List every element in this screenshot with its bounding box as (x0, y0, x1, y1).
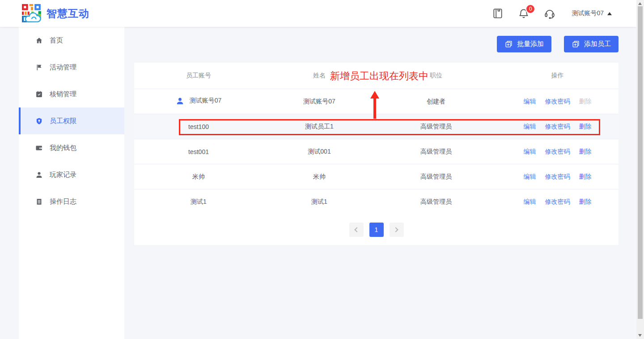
sidebar-item-home[interactable]: 首页 (19, 27, 124, 54)
employee-name: 测试1 (263, 198, 376, 206)
brand-title: 智慧互动 (47, 7, 89, 21)
employee-name: 测试账号07 (263, 98, 376, 106)
employee-position: 高级管理员 (376, 173, 496, 181)
pagination-next-button[interactable] (390, 223, 404, 237)
employee-account: test001 (188, 148, 209, 155)
employee-position: 创建者 (376, 98, 496, 106)
employee-table-card: 员工账号 姓名 职位 操作 测试账号07 测试账号07 创建者 编辑 修改密码 … (134, 63, 619, 245)
sidebar-item-verification-management[interactable]: 核销管理 (19, 81, 124, 107)
sidebar-item-operation-logs[interactable]: 操作日志 (19, 188, 124, 215)
change-password-link[interactable]: 修改密码 (545, 148, 570, 155)
sidebar-item-my-wallet[interactable]: 我的钱包 (19, 134, 124, 161)
sidebar-item-player-records[interactable]: 玩家记录 (19, 161, 124, 188)
chevron-right-icon (393, 227, 398, 232)
log-icon (35, 198, 43, 206)
support-headset-icon[interactable] (544, 8, 555, 19)
pagination-prev-button[interactable] (349, 223, 364, 237)
employee-name: 米帅 (263, 173, 376, 181)
top-bar: 智慧互动 0 测试账号07 (0, 0, 636, 27)
shield-icon (35, 117, 43, 125)
change-password-link[interactable]: 修改密码 (545, 98, 570, 105)
pagination: 1 (134, 223, 619, 237)
account-name: 测试账号07 (572, 9, 604, 17)
employee-name: 测试001 (263, 148, 376, 156)
annotation-arrow-icon (370, 91, 379, 119)
add-copy-icon (504, 40, 513, 48)
add-employee-label: 添加员工 (584, 40, 611, 48)
scrollbar[interactable] (636, 0, 644, 339)
home-icon (35, 37, 43, 44)
notification-bell-icon[interactable]: 0 (518, 8, 530, 19)
employee-account: 测试1 (191, 198, 207, 206)
scrollbar-up-arrow-icon[interactable] (638, 2, 642, 5)
delete-link[interactable]: 删除 (579, 198, 591, 205)
edit-link[interactable]: 编辑 (524, 98, 536, 105)
calendar-check-icon (35, 90, 43, 98)
delete-link[interactable]: 删除 (579, 173, 591, 180)
pagination-page-1[interactable]: 1 (369, 223, 384, 237)
employee-position: 高级管理员 (376, 148, 496, 156)
brand: 智慧互动 (0, 4, 89, 23)
table-row-5: 测试1 测试1 高级管理员 编辑 修改密码 删除 (134, 189, 619, 215)
manual-book-icon[interactable] (492, 8, 504, 19)
scrollbar-thumb[interactable] (638, 6, 643, 319)
edit-link[interactable]: 编辑 (524, 198, 536, 205)
employee-account: 测试账号07 (190, 97, 222, 105)
top-bar-right: 0 测试账号07 (478, 8, 636, 19)
edit-link[interactable]: 编辑 (524, 148, 536, 155)
add-copy-icon (572, 40, 580, 48)
delete-link: 删除 (579, 98, 591, 105)
account-menu[interactable]: 测试账号07 (572, 9, 612, 17)
scrollbar-down-arrow-icon[interactable] (638, 334, 642, 337)
column-header-account: 员工账号 (134, 72, 263, 80)
brand-logo-icon (21, 4, 42, 23)
batch-add-label: 批量添加 (517, 40, 544, 48)
sidebar-item-activity-management[interactable]: 活动管理 (19, 54, 124, 81)
notification-badge: 0 (525, 4, 535, 14)
employee-account: 米帅 (192, 173, 205, 181)
sidebar-item-employee-permissions[interactable]: 员工权限 (19, 107, 124, 134)
user-icon (35, 171, 43, 179)
flag-icon (35, 64, 43, 71)
main-content: 批量添加 添加员工 员工账号 姓名 职位 操作 测试账 (124, 27, 636, 339)
employee-position: 高级管理员 (376, 198, 496, 206)
delete-link[interactable]: 删除 (579, 148, 591, 155)
user-avatar-icon (176, 97, 184, 105)
add-employee-button[interactable]: 添加员工 (564, 36, 619, 52)
caret-up-icon (607, 12, 612, 15)
batch-add-button[interactable]: 批量添加 (497, 36, 551, 52)
change-password-link[interactable]: 修改密码 (545, 173, 570, 180)
sidebar: 首页 活动管理 核销管理 员工权限 我的钱包 玩家记录 操作日志 (19, 27, 124, 339)
table-row-4: 米帅 米帅 高级管理员 编辑 修改密码 删除 (134, 164, 619, 189)
toolbar: 批量添加 添加员工 (484, 36, 619, 52)
edit-link[interactable]: 编辑 (524, 173, 536, 180)
highlight-red-box (179, 119, 600, 135)
change-password-link[interactable]: 修改密码 (545, 198, 570, 205)
annotation-text: 新增员工出现在列表中 (330, 69, 428, 83)
column-header-actions: 操作 (496, 72, 619, 80)
chevron-left-icon (354, 227, 359, 232)
table-row-3: test001 测试001 高级管理员 编辑 修改密码 删除 (134, 139, 619, 164)
wallet-icon (35, 144, 43, 152)
